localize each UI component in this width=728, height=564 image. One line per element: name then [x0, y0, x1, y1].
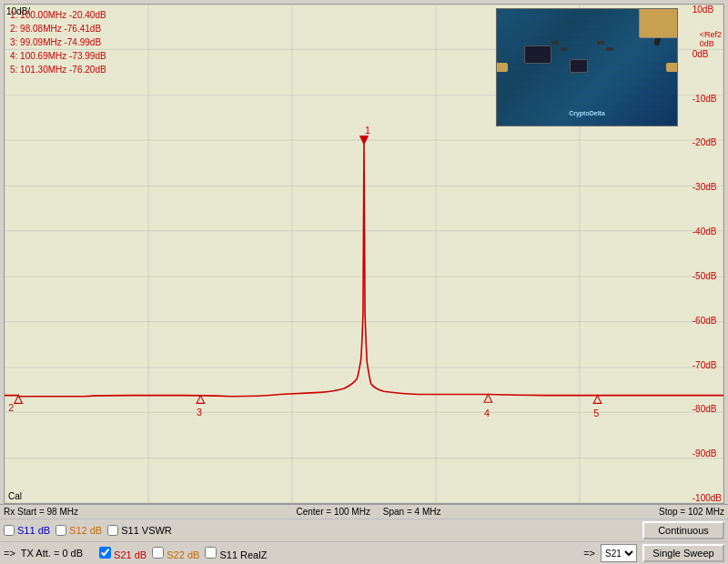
- s11-db-checkbox-label[interactable]: S11 dB: [4, 525, 50, 536]
- svg-text:5: 5: [593, 408, 599, 418]
- tx-att-label: TX Att. = 0 dB: [21, 548, 83, 559]
- single-sweep-button[interactable]: Single Sweep: [642, 544, 724, 562]
- svg-marker-26: [593, 396, 602, 404]
- s11-vswr-label: S11 VSWR: [121, 525, 172, 536]
- svg-marker-24: [484, 395, 492, 403]
- pcb-box-topright: [639, 8, 678, 38]
- center-span-label: Center = 100 MHz Span = 4 MHz: [296, 507, 440, 517]
- svg-marker-22: [197, 396, 205, 404]
- chart-area: 10dB/ 10dB 0dB -10dB -20dB -30dB -40dB -…: [4, 4, 724, 504]
- control-row-1: S11 dB S12 dB S11 VSWR Continuous: [0, 519, 728, 541]
- s12-db-checkbox-label[interactable]: S12 dB: [56, 525, 102, 536]
- pcb-comp-1: [551, 41, 559, 45]
- s21-db-checkbox[interactable]: [99, 547, 111, 559]
- s12-db-checkbox[interactable]: [56, 525, 66, 536]
- ref-label: <Ref20dB: [700, 30, 722, 48]
- left-axis-label: 10dB/: [6, 6, 30, 16]
- rx-start-label: Rx Start = 98 MHz: [4, 507, 78, 517]
- pcb-comp-3: [597, 41, 604, 45]
- svg-text:1: 1: [365, 125, 370, 136]
- arrow-right-2: =>: [583, 548, 595, 559]
- s11-realz-checkbox[interactable]: [205, 547, 217, 559]
- s21-db-label: S21 dB: [114, 549, 147, 560]
- pcb-comp-4: [606, 47, 613, 51]
- pcb-label: CryptoDelta: [569, 110, 605, 116]
- cal-label: Cal: [8, 491, 22, 501]
- s22-db-checkbox[interactable]: [152, 547, 164, 559]
- s12-db-label: S12 dB: [69, 525, 102, 536]
- source-select[interactable]: S21: [601, 544, 637, 562]
- svg-text:3: 3: [197, 406, 202, 417]
- pcb-chip-2: [570, 59, 588, 73]
- pcb-connector-left: [496, 63, 508, 72]
- pcb-connector-right: [666, 63, 678, 72]
- s11-vswr-checkbox[interactable]: [107, 525, 118, 536]
- continuous-button[interactable]: Continuous: [642, 521, 724, 539]
- s21-db-checkbox-label[interactable]: S21 dB: [99, 547, 147, 560]
- arrow-left: =>: [4, 548, 15, 559]
- s22-db-label: S22 dB: [167, 549, 199, 560]
- device-image: CryptoDelta: [496, 8, 678, 126]
- s11-realz-label: S11 RealZ: [219, 549, 267, 560]
- svg-text:2: 2: [8, 402, 14, 413]
- pcb-chip-1: [524, 45, 551, 64]
- control-row-2: => TX Att. = 0 dB S21 dB S22 dB S11 Real…: [0, 541, 728, 564]
- s22-db-checkbox-label[interactable]: S22 dB: [152, 547, 199, 560]
- s11-db-checkbox[interactable]: [4, 525, 15, 536]
- pcb-comp-2: [561, 47, 568, 51]
- stop-label: Stop = 102 MHz: [659, 507, 724, 517]
- svg-text:4: 4: [484, 408, 490, 418]
- s11-realz-checkbox-label[interactable]: S11 RealZ: [205, 547, 267, 560]
- pcb-board: CryptoDelta: [497, 9, 677, 126]
- s11-db-label: S11 dB: [17, 525, 50, 536]
- s11-vswr-checkbox-label[interactable]: S11 VSWR: [107, 525, 172, 536]
- main-container: 10dB/ 10dB 0dB -10dB -20dB -30dB -40dB -…: [0, 0, 728, 564]
- bottom-info-bar: Rx Start = 98 MHz Center = 100 MHz Span …: [0, 504, 728, 519]
